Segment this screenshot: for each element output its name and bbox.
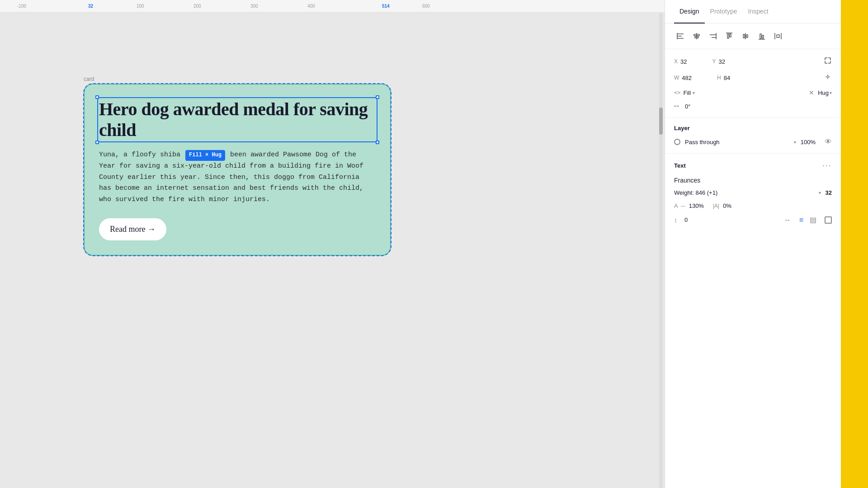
hug-dropdown-arrow[interactable]: ▾ [830, 90, 832, 95]
read-more-button[interactable]: Read more → [99, 218, 166, 240]
yellow-accent-bar [841, 0, 868, 488]
w-value[interactable]: 482 [682, 75, 692, 81]
card-label: card [84, 76, 94, 82]
ruler-mark: 200 [193, 4, 201, 9]
card-body: Yuna, a floofy shiba Fill × Hug been awa… [99, 150, 376, 206]
align-center-h-button[interactable] [690, 30, 703, 42]
ruler-mark: 600 [422, 4, 430, 9]
xy-row: X 32 Y 32 [674, 56, 832, 66]
handle-top-right[interactable] [376, 95, 379, 99]
text-section: Text ··· Fraunces Weight: 846 (+1) ▾ 32 … [665, 154, 841, 231]
handle-bottom-left[interactable] [95, 141, 99, 144]
ruler-mark: 300 [250, 4, 258, 9]
text-options-icon[interactable]: ··· [822, 161, 832, 170]
fill-x-icon[interactable]: ✕ [809, 89, 814, 96]
line-spacing-value[interactable]: 130% [689, 202, 704, 209]
line-spacing-icon: A [674, 202, 678, 209]
card-title: Hero dog awarded medal for saving child [99, 99, 376, 141]
text-section-header: Text ··· [674, 161, 832, 170]
handle-bottom-right[interactable] [376, 141, 379, 144]
text-bottom-row: ↕ 0 ↔ ≡ ▤ [674, 216, 832, 224]
svg-point-22 [827, 76, 829, 78]
text-align-right-icon[interactable]: ▤ [810, 216, 816, 224]
resize-icon[interactable] [824, 56, 832, 66]
text-box-icon[interactable] [825, 216, 832, 224]
ruler-mark: 100 [137, 4, 144, 9]
w-group: W 482 [674, 75, 692, 81]
properties-panel: X 32 Y 32 W 482 H 84 [665, 49, 841, 117]
ruler-mark-active: 32 [88, 4, 93, 9]
font-name[interactable]: Fraunces [674, 177, 832, 184]
constraint-icon[interactable] [824, 73, 832, 83]
svg-rect-11 [727, 34, 729, 38]
text-align-left-icon[interactable]: ≡ [799, 216, 803, 224]
layer-section: Layer Pass through ▾ 100% 👁 [665, 117, 841, 154]
tab-inspect[interactable]: Inspect [743, 0, 774, 23]
svg-rect-17 [760, 34, 761, 38]
canvas-scrollbar-thumb[interactable] [659, 108, 663, 135]
x-value[interactable]: 32 [680, 58, 687, 65]
panel-tabs: Design Prototype Inspect [665, 0, 841, 23]
canvas-scrollbar[interactable] [659, 13, 663, 488]
fill-hug-badge: Fill × Hug [185, 150, 225, 161]
right-panel: Design Prototype Inspect [665, 0, 841, 488]
layer-section-title: Layer [674, 125, 832, 131]
line-spacing-overline: — [681, 203, 685, 208]
char-spacing-group: |A| 0% [713, 202, 731, 209]
fill-row: <> Fill ▾ ✕ Hug ▾ [674, 89, 832, 96]
char-spacing-icon: |A| [713, 203, 719, 209]
ruler: -100 32 100 200 300 400 514 600 [0, 0, 665, 13]
layer-circle-icon [674, 139, 680, 145]
fill-code-icon: <> [674, 89, 680, 96]
weight-row: Weight: 846 (+1) ▾ 32 [674, 189, 832, 196]
text-section-title: Text [674, 162, 822, 169]
tab-design[interactable]: Design [674, 0, 705, 23]
distribute-button[interactable] [772, 30, 784, 42]
layer-opacity[interactable]: 100% [801, 139, 816, 145]
align-bottom-button[interactable] [755, 30, 768, 42]
y-group: Y 32 [712, 58, 725, 65]
card-component[interactable]: Hero dog awarded medal for saving child … [84, 84, 391, 256]
align-middle-v-button[interactable] [739, 30, 752, 42]
ruler-mark-active-2: 514 [382, 4, 390, 9]
svg-rect-14 [743, 34, 745, 38]
line-spacing-group: A — 130% [674, 202, 704, 209]
svg-rect-12 [730, 34, 731, 37]
text-metrics-row: A — 130% |A| 0% [674, 202, 832, 209]
title-selection-box[interactable]: Hero dog awarded medal for saving child [99, 99, 376, 141]
line-height-icon: ↕ [674, 216, 677, 224]
h-group: H 84 [717, 75, 730, 81]
weight-label[interactable]: Weight: 846 (+1) [674, 189, 813, 196]
line-height-value[interactable]: 0 [684, 216, 688, 223]
fill-label[interactable]: Fill [683, 89, 691, 96]
svg-rect-21 [777, 35, 779, 38]
char-spacing-value[interactable]: 0% [723, 202, 731, 209]
x-group: X 32 [674, 58, 687, 65]
wh-row: W 482 H 84 [674, 73, 832, 83]
ruler-mark: -100 [17, 4, 26, 9]
fill-dropdown-arrow[interactable]: ▾ [693, 90, 695, 95]
canvas: -100 32 100 200 300 400 514 600 card Her… [0, 0, 665, 488]
arrow-left-right-icon[interactable]: ↔ [784, 216, 791, 224]
angle-icon: ⤢ [672, 102, 681, 111]
tab-prototype[interactable]: Prototype [705, 0, 743, 23]
ruler-mark: 400 [307, 4, 315, 9]
layer-mode-select[interactable]: Pass through [685, 139, 788, 145]
align-left-button[interactable] [674, 30, 687, 42]
y-label: Y [712, 58, 716, 65]
ruler-marks: -100 32 100 200 300 400 514 600 [0, 0, 665, 12]
font-size-value[interactable]: 32 [826, 189, 832, 196]
layer-mode-arrow[interactable]: ▾ [794, 140, 796, 145]
svg-rect-18 [762, 35, 764, 38]
y-value[interactable]: 32 [719, 58, 725, 65]
fill-hug-label[interactable]: Hug [818, 89, 829, 96]
align-right-button[interactable] [707, 30, 719, 42]
layer-visibility-icon[interactable]: 👁 [825, 138, 832, 146]
weight-dropdown-arrow[interactable]: ▾ [819, 190, 821, 195]
align-top-button[interactable] [723, 30, 736, 42]
angle-value[interactable]: 0° [685, 103, 690, 110]
h-value[interactable]: 84 [724, 75, 730, 81]
svg-rect-15 [746, 35, 748, 38]
x-label: X [674, 58, 678, 65]
handle-top-left[interactable] [95, 95, 99, 99]
